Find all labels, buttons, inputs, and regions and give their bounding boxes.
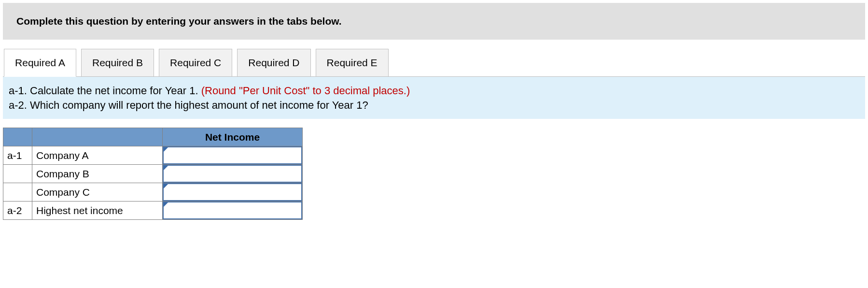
- row-part: a-2: [3, 202, 32, 220]
- prompt-line1-hint: (Round "Per Unit Cost" to 3 decimal plac…: [201, 85, 410, 97]
- highest-net-income-input[interactable]: [163, 202, 302, 219]
- tab-required-c[interactable]: Required C: [159, 49, 232, 77]
- prompt-panel: a-1. Calculate the net income for Year 1…: [3, 76, 865, 119]
- net-income-input[interactable]: [163, 146, 302, 164]
- net-income-input[interactable]: [163, 183, 302, 201]
- table-row: a-1 Company A: [3, 146, 303, 165]
- row-part: a-1: [3, 146, 32, 165]
- row-label: Company C: [32, 183, 163, 202]
- prompt-line1: a-1. Calculate the net income for Year 1…: [9, 85, 201, 97]
- row-label: Highest net income: [32, 202, 163, 220]
- tab-required-d[interactable]: Required D: [237, 49, 310, 77]
- tab-required-a[interactable]: Required A: [4, 49, 76, 77]
- tab-bar: Required A Required B Required C Require…: [3, 48, 865, 76]
- row-part: [3, 165, 32, 183]
- tab-required-b[interactable]: Required B: [81, 49, 154, 77]
- table-row: a-2 Highest net income: [3, 202, 303, 220]
- answer-table: Net Income a-1 Company A Company B Compa…: [3, 128, 303, 220]
- header-blank-part: [3, 128, 32, 146]
- row-label: Company B: [32, 165, 163, 183]
- header-blank-label: [32, 128, 163, 146]
- prompt-line2: a-2. Which company will report the highe…: [9, 99, 368, 111]
- row-part: [3, 183, 32, 202]
- instruction-banner: Complete this question by entering your …: [3, 3, 865, 40]
- table-row: Company C: [3, 183, 303, 202]
- header-net-income: Net Income: [163, 128, 303, 146]
- tab-required-e[interactable]: Required E: [316, 49, 389, 77]
- table-row: Company B: [3, 165, 303, 183]
- row-label: Company A: [32, 146, 163, 165]
- net-income-input[interactable]: [163, 165, 302, 183]
